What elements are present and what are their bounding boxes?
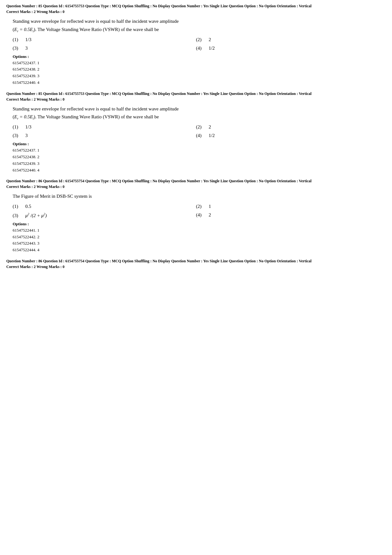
option-code-1-86a: 61547522441. 1	[13, 227, 379, 234]
question-text-86a: The Figure of Merit in DSB-SC system is	[13, 194, 92, 199]
question-block-85b: Question Number : 85 Question Id : 61547…	[6, 91, 386, 174]
option-val-4-86a: 2	[209, 212, 211, 218]
option-4-85a: (4) 1/2	[196, 46, 379, 51]
options-section-85a: Options : 61547522437. 1 61547522438. 2 …	[13, 54, 379, 86]
question-body-85b: Standing wave envelope for reflected wav…	[13, 105, 379, 122]
option-val-1-86a: 0.5	[25, 204, 31, 209]
option-2-85b: (2) 2	[196, 124, 379, 130]
option-1-86a: (1) 0.5	[13, 204, 196, 209]
question-meta-86b: Question Number : 86 Question Id : 61547…	[6, 258, 386, 264]
option-val-2-85b: 2	[209, 124, 211, 130]
correct-marks-86b: Correct Marks : 2 Wrong Marks : 0	[6, 265, 386, 269]
options-grid-85b: (1) 1/3 (2) 2 (3) 3 (4) 1/2	[13, 124, 379, 138]
question-meta-85b: Question Number : 85 Question Id : 61547…	[6, 91, 386, 97]
options-section-85b: Options : 61547522437. 1 61547522438. 2 …	[13, 141, 379, 173]
option-val-2-86a: 1	[209, 204, 211, 209]
options-grid-85a: (1) 1/3 (2) 2 (3) 3 (4) 1/2	[13, 37, 379, 51]
option-code-3-85a: 61547522439. 3	[13, 73, 379, 79]
question-subtext-85a: (Er = 0.5Ei). The Voltage Standing Wave …	[13, 27, 159, 32]
option-code-1-85b: 61547522437. 1	[13, 147, 379, 154]
option-code-2-86a: 61547522442. 2	[13, 234, 379, 240]
option-num-1: (1)	[13, 37, 21, 42]
option-1-85a: (1) 1/3	[13, 37, 196, 42]
question-body-86a: The Figure of Merit in DSB-SC system is	[13, 192, 379, 201]
option-num-4: (4)	[196, 46, 204, 51]
question-body-85a: Standing wave envelope for reflected wav…	[13, 17, 379, 34]
option-val-4: 1/2	[209, 46, 215, 51]
options-grid-86a: (1) 0.5 (2) 1 (3) μ2 /(2 + μ2) (4) 2	[13, 204, 379, 218]
question-block-85a: Question Number : 85 Question Id : 61547…	[6, 3, 386, 86]
options-label-86a: Options :	[13, 221, 379, 227]
option-val-3-85b: 3	[25, 133, 28, 138]
correct-marks-86a: Correct Marks : 2 Wrong Marks : 0	[6, 184, 386, 189]
option-val-3: 3	[25, 46, 28, 51]
options-label-85b: Options :	[13, 141, 379, 147]
option-val-3-86a: μ2 /(2 + μ2)	[25, 212, 47, 218]
option-val-1: 1/3	[25, 37, 31, 42]
option-code-2-85a: 61547522438. 2	[13, 66, 379, 73]
options-section-86a: Options : 61547522441. 1 61547522442. 2 …	[13, 221, 379, 253]
option-num-3: (3)	[13, 46, 21, 51]
option-code-1-85a: 61547522437. 1	[13, 60, 379, 66]
option-code-4-86a: 61547522444. 4	[13, 247, 379, 253]
option-val-1-85b: 1/3	[25, 124, 31, 130]
option-2-85a: (2) 2	[196, 37, 379, 42]
option-1-85b: (1) 1/3	[13, 124, 196, 130]
correct-marks-85b: Correct Marks : 2 Wrong Marks : 0	[6, 97, 386, 102]
question-subtext-85b: (Er = 0.5Ei). The Voltage Standing Wave …	[13, 114, 159, 119]
option-code-4-85b: 61547522440. 4	[13, 167, 379, 174]
option-code-2-85b: 61547522438. 2	[13, 154, 379, 160]
question-meta-85a: Question Number : 85 Question Id : 61547…	[6, 3, 386, 9]
option-3-85b: (3) 3	[13, 133, 196, 138]
options-label-85a: Options :	[13, 54, 379, 59]
correct-marks-85a: Correct Marks : 2 Wrong Marks : 0	[6, 9, 386, 14]
option-val-4-85b: 1/2	[209, 133, 215, 138]
question-text-85a: Standing wave envelope for reflected wav…	[13, 19, 179, 24]
option-code-4-85a: 61547522440. 4	[13, 79, 379, 86]
option-num-2: (2)	[196, 37, 204, 42]
question-text-85b: Standing wave envelope for reflected wav…	[13, 106, 179, 111]
option-4-86a: (4) 2	[196, 212, 379, 218]
option-code-3-85b: 61547522439. 3	[13, 160, 379, 167]
option-2-86a: (2) 1	[196, 204, 379, 209]
option-code-3-86a: 61547522443. 3	[13, 240, 379, 247]
option-3-85a: (3) 3	[13, 46, 196, 51]
option-val-2: 2	[209, 37, 211, 42]
option-4-85b: (4) 1/2	[196, 133, 379, 138]
question-meta-86a: Question Number : 86 Question Id : 61547…	[6, 178, 386, 184]
question-block-86a: Question Number : 86 Question Id : 61547…	[6, 178, 386, 253]
option-3-86a: (3) μ2 /(2 + μ2)	[13, 212, 196, 218]
question-block-86b: Question Number : 86 Question Id : 61547…	[6, 258, 386, 269]
